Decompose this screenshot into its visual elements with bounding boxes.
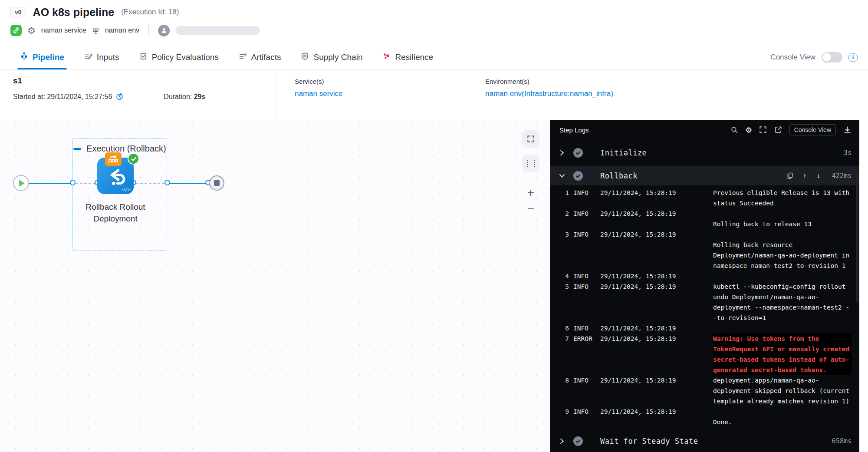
edge-dashed-left [76, 183, 95, 184]
log-time: 29/11/2024, 15:28:19 [600, 281, 709, 292]
expand-fullscreen-icon[interactable] [759, 126, 767, 134]
stage-summary-bar: s1 Started at: 29/11/2024, 15:27:56 Dura… [0, 70, 868, 120]
service-gear-icon: ⚙ [27, 26, 36, 35]
tab-inputs[interactable]: Inputs [84, 45, 119, 69]
stage-name: s1 [13, 76, 276, 86]
timer-icon[interactable] [115, 92, 124, 101]
step-node-label-line1: Rollback Rollout [63, 201, 168, 213]
service-link[interactable]: naman service [295, 89, 467, 98]
rollout-badge-icon [105, 152, 122, 166]
inputs-icon [84, 52, 92, 63]
log-number: 3 [558, 229, 569, 240]
log-line-error: 7ERROR29/11/2024, 15:28:19Warning: Use t… [550, 333, 859, 375]
step-row-initialize[interactable]: Initialize 3s [550, 139, 859, 166]
log-message: kubectl --kubeconfig=config rollout undo… [713, 281, 852, 323]
started-at: Started at: 29/11/2024, 15:27:56 [13, 92, 124, 101]
log-settings-gear-icon[interactable]: ⚙ [746, 125, 751, 135]
duration-label: Duration: [164, 93, 194, 100]
log-time: 29/11/2024, 15:28:19 [600, 406, 709, 417]
step-row-wait-for-steady-state[interactable]: Wait for Steady State 658ms [550, 430, 859, 452]
environment-icon [92, 27, 99, 34]
tab-supply-chain-label: Supply Chain [313, 53, 362, 62]
canvas-fullscreen-button[interactable] [522, 130, 539, 148]
collapse-icon[interactable] [73, 148, 81, 150]
redacted-user-email [175, 26, 260, 35]
tab-pipeline[interactable]: Pipeline [20, 45, 64, 69]
artifacts-icon [239, 52, 247, 63]
header-env-name: naman env [105, 26, 139, 34]
scroll-down-icon[interactable]: ↓ [816, 172, 821, 180]
policy-check-icon [139, 52, 148, 63]
tab-supply-chain[interactable]: Supply Chain [301, 45, 362, 69]
step-name: Rollback [600, 172, 638, 180]
tab-resilience[interactable]: Resilience [382, 45, 433, 69]
step-duration: 658ms [832, 437, 852, 445]
marquee-icon [527, 160, 535, 167]
edge-dashed-right [136, 183, 164, 184]
code-glyph: </> [122, 187, 131, 192]
log-level: INFO [573, 229, 596, 240]
log-level: INFO [573, 281, 596, 292]
step-logs-header: Step Logs ⚙ Console View [550, 120, 859, 139]
stage-box-label: Execution (Rollback) [86, 144, 166, 154]
edge-start [29, 183, 70, 184]
download-logs-icon[interactable] [843, 126, 852, 134]
edge-end [170, 183, 207, 184]
zoom-in-button[interactable]: + [522, 184, 539, 201]
tab-artifacts[interactable]: Artifacts [239, 45, 281, 69]
pipeline-icon [20, 52, 28, 63]
open-in-new-icon[interactable] [774, 126, 782, 134]
step-name: Initialize [600, 148, 647, 157]
tab-policy-evaluations[interactable]: Policy Evaluations [139, 45, 219, 69]
log-message: deployment.apps/naman-qa-ao- deployment … [713, 375, 852, 406]
pipeline-start-node[interactable] [13, 175, 29, 191]
canvas-select-area-button[interactable] [522, 155, 539, 172]
version-badge: v0 [10, 7, 26, 17]
log-line: 8INFO29/11/2024, 15:28:19deployment.apps… [550, 375, 859, 406]
log-time: 29/11/2024, 15:28:19 [600, 323, 709, 333]
log-level: INFO [573, 323, 596, 333]
log-line: 9INFO29/11/2024, 15:28:19 Done. [550, 406, 859, 427]
execution-id: (Execution Id: 18) [121, 8, 179, 16]
services-label: Service(s) [295, 78, 467, 85]
environments-section: Environment(s) naman env(Infrastructure:… [467, 76, 613, 120]
log-line: 6INFO29/11/2024, 15:28:19 [550, 323, 859, 333]
info-icon[interactable]: i [848, 53, 858, 62]
log-scrollbar[interactable] [856, 172, 858, 303]
chevron-down-icon[interactable] [559, 173, 566, 178]
log-number: 7 [558, 333, 569, 344]
copy-logs-icon[interactable] [787, 172, 793, 179]
page-right-gutter [859, 120, 868, 452]
log-message: Rolling back to release 13 [713, 208, 852, 229]
console-view-button[interactable]: Console View [789, 124, 836, 135]
user-avatar [158, 25, 170, 36]
log-number: 6 [558, 323, 569, 333]
started-at-text: Started at: 29/11/2024, 15:27:56 [13, 93, 112, 101]
pipeline-canvas[interactable]: Execution (Rollback) </> Ro [0, 120, 550, 452]
log-line: 5INFO29/11/2024, 15:28:19kubectl --kubec… [550, 281, 859, 323]
scroll-up-icon[interactable]: ↑ [803, 172, 807, 180]
log-output[interactable]: 1INFO29/11/2024, 15:28:19Previous eligib… [550, 185, 859, 430]
log-time: 29/11/2024, 15:28:19 [600, 333, 709, 344]
environment-link[interactable]: naman env(Infrastructure:naman_infra) [485, 89, 613, 98]
chevron-right-icon[interactable] [559, 150, 566, 156]
step-node-label-line2: Deployment [63, 213, 168, 224]
step-row-rollback[interactable]: Rollback ↑ ↓ 422ms [550, 166, 859, 185]
log-time: 29/11/2024, 15:28:19 [600, 229, 709, 240]
search-icon[interactable] [730, 126, 738, 134]
log-number: 8 [558, 375, 569, 386]
header-divider [148, 24, 149, 36]
resilience-icon [382, 52, 391, 63]
pipeline-end-node[interactable] [209, 175, 224, 191]
log-number: 2 [558, 208, 569, 219]
zoom-out-button[interactable]: − [522, 200, 539, 218]
tab-artifacts-label: Artifacts [251, 53, 281, 62]
play-icon [19, 180, 25, 187]
step-node-label: Rollback Rollout Deployment [63, 201, 168, 224]
chevron-right-icon[interactable] [559, 438, 566, 444]
log-message: Previous eligible Release is 13 with sta… [713, 188, 852, 208]
log-number: 9 [558, 406, 569, 417]
environments-label: Environment(s) [485, 78, 613, 85]
log-time: 29/11/2024, 15:28:19 [600, 188, 709, 198]
console-view-toggle[interactable] [822, 52, 842, 63]
